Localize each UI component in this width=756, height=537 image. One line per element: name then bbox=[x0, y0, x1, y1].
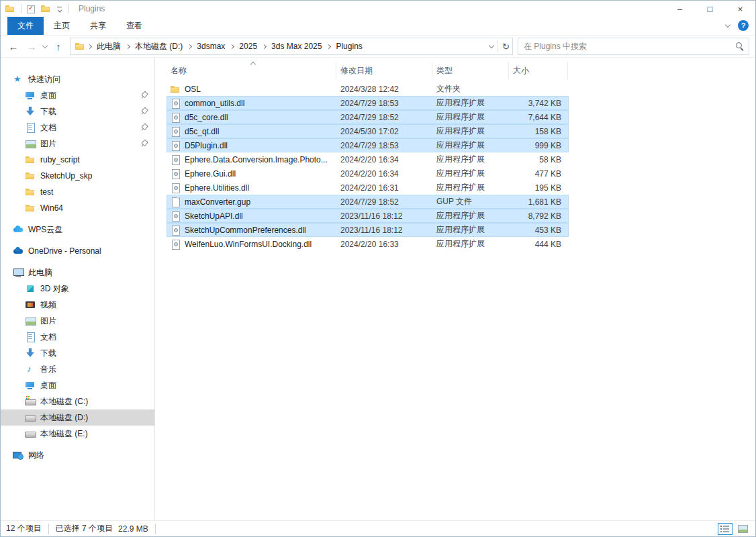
back-icon[interactable]: ← bbox=[7, 41, 20, 52]
new-folder-icon[interactable] bbox=[40, 3, 51, 14]
sidebar-item-onedrive[interactable]: OneDrive - Personal bbox=[1, 243, 154, 259]
minimize-button[interactable]: – bbox=[665, 1, 695, 17]
file-row[interactable]: SketchUpAPI.dll2023/11/16 18:12应用程序扩展8,7… bbox=[167, 209, 569, 223]
properties-icon[interactable] bbox=[27, 5, 35, 13]
thumbnails-view-icon[interactable] bbox=[735, 523, 750, 535]
sidebar-item-test[interactable]: test bbox=[1, 184, 154, 200]
customize-quick-access-chevron-icon[interactable] bbox=[56, 5, 63, 13]
toolbar-separator bbox=[21, 4, 21, 13]
file-size: 8,792 KB bbox=[509, 211, 568, 221]
tab-view[interactable]: 查看 bbox=[116, 17, 152, 35]
sidebar-item-pictures-pinned[interactable]: 图片 bbox=[1, 136, 154, 152]
sidebar-item-ruby-script[interactable]: ruby_script bbox=[1, 152, 154, 168]
search-input[interactable] bbox=[524, 42, 735, 51]
breadcrumb-item[interactable]: Plugins bbox=[332, 40, 366, 53]
sidebar-item-win64[interactable]: Win64 bbox=[1, 200, 154, 216]
file-row[interactable]: Ephere.Data.Conversion.Image.Photo...202… bbox=[167, 152, 569, 166]
file-name-cell: d5c_core.dll bbox=[167, 112, 336, 123]
file-row[interactable]: WeifenLuo.WinFormsUI.Docking.dll2024/2/2… bbox=[167, 237, 569, 251]
breadcrumb-item[interactable]: 2025 bbox=[235, 40, 261, 53]
breadcrumb-separator-icon[interactable] bbox=[230, 44, 234, 48]
details-view-icon[interactable] bbox=[718, 523, 733, 535]
breadcrumb-item[interactable]: 3dsmax bbox=[193, 40, 229, 53]
breadcrumb-separator-icon[interactable] bbox=[326, 44, 331, 48]
breadcrumb-separator-icon[interactable] bbox=[262, 44, 267, 48]
file-list-pane: 名称 修改日期 类型 大小 OSL2024/3/28 12:42文件夹commo… bbox=[155, 58, 755, 520]
sidebar-item-network[interactable]: 网络 bbox=[1, 447, 154, 463]
close-button[interactable]: × bbox=[725, 1, 755, 17]
sidebar-item-objects-3d[interactable]: 3D 对象 bbox=[1, 281, 154, 297]
sidebar-item-label: 桌面 bbox=[40, 380, 56, 391]
column-header-size[interactable]: 大小 bbox=[509, 62, 568, 79]
sidebar-item-downloads[interactable]: 下载 bbox=[1, 345, 154, 361]
refresh-icon[interactable]: ↻ bbox=[502, 42, 510, 52]
tab-share[interactable]: 共享 bbox=[80, 17, 116, 35]
maximize-button[interactable]: □ bbox=[695, 1, 725, 17]
sidebar-item-downloads-pinned[interactable]: 下载 bbox=[1, 103, 154, 119]
column-header-date[interactable]: 修改日期 bbox=[336, 62, 432, 79]
file-size: 58 KB bbox=[509, 155, 568, 164]
sidebar-item-documents-pinned[interactable]: 文档 bbox=[1, 119, 154, 136]
sidebar-item-wps-cloud[interactable]: WPS云盘 bbox=[1, 222, 154, 238]
file-name: SketchUpCommonPreferences.dll bbox=[185, 226, 306, 235]
file-row[interactable]: Ephere.Gui.dll2024/2/20 16:34应用程序扩展477 K… bbox=[167, 166, 569, 181]
up-icon[interactable]: ↑ bbox=[52, 41, 65, 52]
file-row[interactable]: d5c_core.dll2024/7/29 18:52应用程序扩展7,644 K… bbox=[167, 110, 569, 124]
file-type: 应用程序扩展 bbox=[432, 140, 509, 151]
file-name-cell: Ephere.Gui.dll bbox=[167, 168, 336, 179]
file-row[interactable]: D5Plugin.dll2024/7/29 18:53应用程序扩展999 KB bbox=[167, 138, 569, 152]
file-size: 999 KB bbox=[509, 141, 568, 150]
help-icon[interactable]: ? bbox=[738, 20, 749, 31]
file-row[interactable]: SketchUpCommonPreferences.dll2023/11/16 … bbox=[167, 223, 569, 237]
file-size: 195 KB bbox=[509, 183, 568, 193]
file-row[interactable]: d5c_qt.dll2024/5/30 17:02应用程序扩展158 KB bbox=[167, 124, 569, 138]
column-header-type[interactable]: 类型 bbox=[432, 62, 509, 79]
breadcrumb-item[interactable]: 3ds Max 2025 bbox=[267, 40, 326, 53]
expand-ribbon-chevron-icon[interactable] bbox=[725, 21, 730, 27]
file-date: 2024/7/29 18:53 bbox=[336, 99, 432, 108]
breadcrumb-separator-icon[interactable] bbox=[187, 44, 192, 48]
file-row[interactable]: Ephere.Utilities.dll2024/2/20 16:31应用程序扩… bbox=[167, 181, 569, 195]
file-size: 453 KB bbox=[509, 226, 568, 235]
file-row[interactable]: common_utils.dll2024/7/29 18:53应用程序扩展3,7… bbox=[167, 96, 569, 110]
sidebar-item-videos[interactable]: 视频 bbox=[1, 297, 154, 313]
sidebar-item-music[interactable]: 音乐 bbox=[1, 361, 154, 377]
pin-icon bbox=[138, 90, 150, 101]
column-header-name[interactable]: 名称 bbox=[167, 62, 336, 79]
sidebar-item-disk-c[interactable]: 本地磁盘 (C:) bbox=[1, 393, 154, 409]
sidebar-item-disk-e[interactable]: 本地磁盘 (E:) bbox=[1, 426, 154, 442]
sidebar-item-sketchup-skp[interactable]: SketchUp_skp bbox=[1, 168, 154, 184]
recent-locations-chevron-icon[interactable] bbox=[42, 42, 48, 48]
file-name-cell: maxConverter.gup bbox=[167, 197, 336, 207]
file-name: SketchUpAPI.dll bbox=[185, 211, 243, 221]
sidebar-item-desktop-pinned[interactable]: 桌面 bbox=[1, 87, 154, 103]
file-row[interactable]: OSL2024/3/28 12:42文件夹 bbox=[167, 82, 569, 96]
sidebar-item-this-pc[interactable]: 此电脑 bbox=[1, 264, 154, 281]
file-date: 2023/11/16 18:12 bbox=[336, 211, 432, 221]
breadcrumb-item[interactable]: 此电脑 bbox=[93, 39, 125, 54]
file-row[interactable]: maxConverter.gup2024/7/29 18:52GUP 文件1,6… bbox=[167, 195, 569, 209]
file-size: 477 KB bbox=[509, 169, 568, 179]
breadcrumb-separator-icon[interactable] bbox=[87, 44, 92, 48]
sidebar-item-desktop[interactable]: 桌面 bbox=[1, 377, 154, 393]
folder-icon bbox=[25, 154, 36, 165]
breadcrumb[interactable]: 此电脑本地磁盘 (D:)3dsmax20253ds Max 2025Plugin… bbox=[70, 38, 513, 55]
forward-icon[interactable]: → bbox=[25, 41, 38, 52]
file-type-icon bbox=[170, 112, 181, 123]
address-dropdown-chevron-icon[interactable] bbox=[489, 42, 494, 48]
search-icon[interactable] bbox=[735, 42, 745, 51]
breadcrumb-item[interactable]: 本地磁盘 (D:) bbox=[131, 39, 187, 54]
file-type-icon bbox=[170, 140, 181, 151]
sidebar-item-pictures[interactable]: 图片 bbox=[1, 313, 154, 329]
sidebar-item-documents[interactable]: 文档 bbox=[1, 329, 154, 345]
breadcrumb-separator-icon[interactable] bbox=[126, 44, 130, 48]
file-name-cell: SketchUpCommonPreferences.dll bbox=[167, 225, 336, 236]
tab-file[interactable]: 文件 bbox=[7, 17, 44, 35]
file-type-icon bbox=[170, 154, 181, 165]
sidebar-item-disk-d[interactable]: 本地磁盘 (D:) bbox=[1, 409, 154, 426]
sidebar-item-label: test bbox=[40, 187, 53, 197]
file-name: d5c_core.dll bbox=[185, 113, 228, 122]
tab-home[interactable]: 主页 bbox=[44, 17, 80, 35]
file-name: Ephere.Utilities.dll bbox=[185, 183, 249, 193]
sidebar-item-quick-access[interactable]: 快速访问 bbox=[1, 71, 154, 87]
